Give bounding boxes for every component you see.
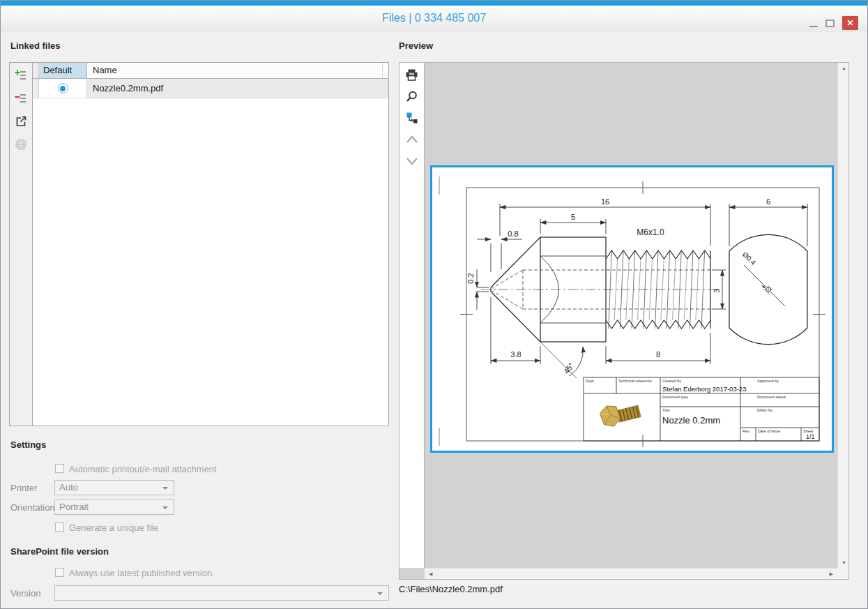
approved-by-label: Approved by — [757, 379, 779, 383]
drawing-title-value: Nozzle 0.2mm — [662, 415, 720, 426]
column-header-filler — [383, 63, 388, 78]
column-header-name[interactable]: Name — [87, 63, 383, 78]
linked-files-toolbar — [10, 63, 33, 426]
print-button[interactable] — [405, 68, 419, 82]
zoom-button[interactable] — [405, 89, 419, 103]
fit-to-window-icon — [406, 112, 418, 124]
created-by-label: Created by — [662, 379, 681, 383]
dim-overall: 16 — [601, 197, 609, 206]
doc-status-label: Document status — [757, 395, 786, 399]
version-select[interactable] — [54, 585, 389, 601]
zoom-icon — [405, 90, 418, 103]
table-row[interactable]: Nozzle0.2mm.pdf — [33, 79, 388, 98]
dim-orifice-h: 0.2 — [466, 273, 475, 283]
open-web-button[interactable] — [14, 137, 28, 151]
nozzle-end-view — [729, 234, 807, 344]
sheet-value: 1/1 — [806, 433, 815, 440]
page-up-button[interactable] — [405, 133, 419, 146]
dept-label: Dept. — [586, 379, 595, 383]
version-label: Version — [10, 588, 40, 599]
file-name-cell[interactable]: Nozzle0.2mm.pdf — [87, 79, 383, 98]
unique-file-label: Generate a unique file — [69, 522, 158, 533]
default-radio[interactable] — [58, 83, 68, 93]
nozzle-3d-thumbnail — [598, 398, 641, 429]
default-cell — [39, 79, 87, 98]
page-down-button[interactable] — [405, 154, 419, 168]
scroll-up-icon[interactable]: ▲ — [842, 66, 846, 70]
preview-file-path: C:\Files\Nozzle0.2mm.pdf — [399, 584, 503, 594]
thread-spec: M6x1.0 — [637, 227, 664, 237]
chevron-down-icon — [162, 487, 168, 490]
orientation-select[interactable]: Portrait — [54, 499, 174, 515]
chevron-down-icon — [162, 506, 168, 509]
linked-files-heading: Linked files — [10, 40, 61, 51]
window-controls: ✕ — [809, 16, 858, 30]
dim-tip-land: 0.8 — [508, 230, 518, 238]
horizontal-scrollbar[interactable]: ◀ ▶ — [425, 568, 837, 579]
dim-bore: 3 — [713, 289, 721, 293]
scrollbar-corner — [837, 568, 848, 579]
chevron-down-icon — [377, 592, 383, 595]
maximize-button[interactable] — [825, 20, 835, 27]
latest-version-checkbox[interactable] — [55, 568, 64, 577]
titlebar[interactable]: Files | 0 334 485 007 ✕ — [1, 6, 867, 32]
printer-value: Auto — [59, 482, 78, 493]
radio-dot — [60, 86, 66, 91]
dim-chamfer-angle: 45° — [562, 361, 575, 375]
orientation-value: Portrait — [59, 502, 89, 512]
dwg-no-label: DWG No. — [757, 408, 774, 412]
linked-files-panel: Default Name Nozzle0.2mm.pdf — [9, 62, 389, 426]
chevron-down-icon — [405, 156, 419, 167]
latest-version-label: Always use latest published version. — [69, 568, 215, 578]
column-header-default[interactable]: Default — [39, 63, 87, 78]
remove-file-button[interactable] — [14, 91, 28, 105]
orientation-label: Orientation — [10, 502, 55, 513]
technical-drawing: 16 5 0.8 0.2 3.8 45° 8 3 M6x1.0 6 Ø0.4 — [432, 167, 836, 455]
preview-toolbar — [399, 63, 425, 568]
rev-label: Rev. — [743, 429, 750, 433]
scroll-down-icon[interactable]: ▼ — [842, 560, 846, 565]
files-dialog: Files | 0 334 485 007 ✕ Linked files — [0, 0, 868, 609]
minimize-button[interactable] — [809, 26, 818, 27]
scroll-right-icon[interactable]: ▶ — [830, 571, 833, 577]
created-by-value: Stefan Ederborg 2017-03-23 — [662, 385, 746, 393]
dim-hex-len: 5 — [571, 213, 575, 221]
row-filler — [383, 79, 388, 98]
open-file-button[interactable] — [14, 114, 28, 128]
remove-list-icon — [15, 92, 27, 105]
linked-files-table: Default Name Nozzle0.2mm.pdf — [33, 63, 388, 426]
add-file-button[interactable] — [14, 68, 28, 82]
fit-to-window-button[interactable] — [405, 111, 419, 125]
tech-ref-label: Technical reference — [618, 379, 652, 383]
unique-file-checkbox[interactable] — [55, 522, 64, 532]
dim-end-width: 6 — [766, 197, 770, 206]
printer-label: Printer — [10, 483, 37, 493]
row-selector-cell[interactable] — [33, 79, 39, 98]
dimension-labels: 16 5 0.8 0.2 3.8 45° 8 3 M6x1.0 6 Ø0.4 — [466, 197, 770, 375]
globe-icon — [15, 138, 27, 151]
row-selector-header — [33, 63, 39, 78]
date-of-issue-label: Date of issue — [758, 429, 780, 433]
window-title: Files | 0 334 485 007 — [1, 12, 867, 24]
window-accent-bar — [1, 1, 867, 6]
auto-printout-checkbox[interactable] — [55, 464, 64, 473]
close-button[interactable]: ✕ — [842, 16, 858, 30]
printer-select[interactable]: Auto — [54, 480, 174, 495]
sharepoint-heading: SharePoint file version — [10, 546, 109, 557]
add-list-icon — [15, 69, 27, 82]
doc-type-label: Document type — [662, 395, 688, 399]
preview-heading: Preview — [399, 40, 433, 51]
print-icon — [405, 68, 418, 82]
auto-printout-label: Automatic printout/e-mail attachment — [69, 464, 217, 474]
dim-tip-len: 3.8 — [510, 350, 521, 359]
chevron-up-icon — [405, 134, 419, 145]
table-header-row: Default Name — [33, 63, 388, 79]
title-label: Title — [662, 408, 669, 412]
settings-heading: Settings — [10, 439, 46, 450]
vertical-scrollbar[interactable]: ▲ ▼ — [837, 63, 848, 568]
preview-panel: 16 5 0.8 0.2 3.8 45° 8 3 M6x1.0 6 Ø0.4 — [399, 62, 849, 580]
dim-thread-len: 8 — [656, 350, 660, 359]
open-external-icon — [15, 115, 27, 128]
preview-page: 16 5 0.8 0.2 3.8 45° 8 3 M6x1.0 6 Ø0.4 — [430, 165, 834, 453]
scroll-left-icon[interactable]: ◀ — [429, 571, 432, 577]
